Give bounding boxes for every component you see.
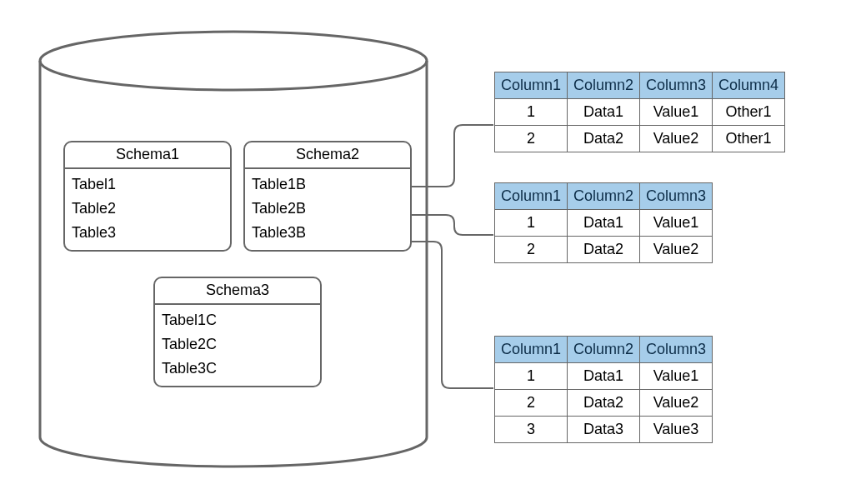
- table-cell: 3: [495, 417, 568, 443]
- schema-title: Schema3: [155, 278, 320, 305]
- schema-table-entry: Table1B: [252, 172, 403, 197]
- schema-box-schema3: Schema3 Tabel1C Table2C Table3C: [153, 277, 322, 387]
- table-cell: Data2: [568, 126, 640, 152]
- schema-title: Schema2: [245, 142, 410, 169]
- table-cell: 2: [495, 390, 568, 417]
- schema-table-entry: Table3: [72, 221, 223, 245]
- table-cell: Data1: [568, 363, 640, 390]
- column-header: Column4: [713, 72, 785, 99]
- column-header: Column2: [568, 337, 640, 363]
- data-table-1: Column1 Column2 Column3 Column4 1 Data1 …: [494, 72, 785, 152]
- table-row: 1 Data1 Value1 Other1: [495, 99, 785, 126]
- column-header: Column2: [568, 72, 640, 99]
- column-header: Column1: [495, 337, 568, 363]
- table-cell: 1: [495, 363, 568, 390]
- table-cell: Data3: [568, 417, 640, 443]
- table-cell: Other1: [713, 126, 785, 152]
- table-row: 2 Data2 Value2 Other1: [495, 126, 785, 152]
- schema-table-entry: Table2C: [162, 332, 313, 357]
- schema-box-schema1: Schema1 Tabel1 Table2 Table3: [63, 141, 232, 252]
- column-header: Column3: [640, 72, 713, 99]
- table-cell: Value3: [640, 417, 713, 443]
- table-cell: 1: [495, 210, 568, 237]
- schema-table-entry: Table3B: [252, 221, 403, 245]
- table-cell: 2: [495, 237, 568, 263]
- data-table-3: Column1 Column2 Column3 1 Data1 Value1 2…: [494, 336, 713, 443]
- schema-table-entry: Table3C: [162, 357, 313, 381]
- column-header: Column1: [495, 72, 568, 99]
- table-row: 2 Data2 Value2: [495, 237, 713, 263]
- column-header: Column2: [568, 183, 640, 210]
- table-cell: Value1: [640, 363, 713, 390]
- table-cell: 1: [495, 99, 568, 126]
- svg-point-0: [40, 32, 427, 90]
- table-cell: Data2: [568, 390, 640, 417]
- schema-box-schema2: Schema2 Table1B Table2B Table3B: [243, 141, 412, 252]
- table-cell: Value2: [640, 390, 713, 417]
- table-row: 1 Data1 Value1: [495, 210, 713, 237]
- data-table-2: Column1 Column2 Column3 1 Data1 Value1 2…: [494, 182, 713, 263]
- table-row: 3 Data3 Value3: [495, 417, 713, 443]
- table-cell: Data2: [568, 237, 640, 263]
- schema-table-entry: Table2: [72, 197, 223, 221]
- column-header: Column3: [640, 183, 713, 210]
- schema-table-entry: Tabel1C: [162, 308, 313, 332]
- column-header: Column1: [495, 183, 568, 210]
- table-cell: Data1: [568, 210, 640, 237]
- table-cell: Value1: [640, 99, 713, 126]
- schema-table-entry: Table2B: [252, 197, 403, 221]
- table-cell: Data1: [568, 99, 640, 126]
- table-row: 1 Data1 Value1: [495, 363, 713, 390]
- table-cell: Value2: [640, 237, 713, 263]
- table-cell: Value2: [640, 126, 713, 152]
- table-row: 2 Data2 Value2: [495, 390, 713, 417]
- table-cell: 2: [495, 126, 568, 152]
- table-cell: Other1: [713, 99, 785, 126]
- schema-title: Schema1: [65, 142, 230, 169]
- table-cell: Value1: [640, 210, 713, 237]
- column-header: Column3: [640, 337, 713, 363]
- schema-table-entry: Tabel1: [72, 172, 223, 197]
